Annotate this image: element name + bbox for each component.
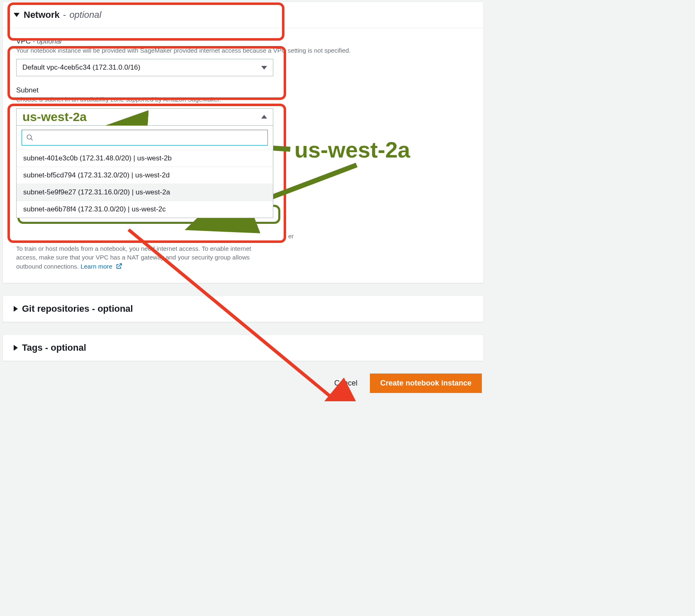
- subnet-select[interactable]: us-west-2a: [16, 108, 273, 126]
- caret-right-icon: [14, 306, 18, 312]
- tags-title: Tags: [22, 342, 43, 353]
- caret-right-icon: [14, 345, 18, 351]
- svg-line-1: [31, 138, 33, 141]
- vpc-selected-value: Default vpc-4ceb5c34 (172.31.0.0/16): [22, 63, 140, 72]
- git-title: Git repositories: [22, 303, 90, 314]
- vpc-select[interactable]: Default vpc-4ceb5c34 (172.31.0.0/16): [16, 59, 273, 76]
- learn-more-link[interactable]: Learn more: [80, 263, 122, 270]
- subnet-option[interactable]: subnet-401e3c0b (172.31.48.0/20) | us-we…: [17, 150, 273, 167]
- svg-point-0: [27, 135, 32, 139]
- tags-optional: optional: [51, 342, 86, 353]
- network-title: Network: [24, 10, 60, 20]
- subnet-dropdown: subnet-401e3c0b (172.31.48.0/20) | us-we…: [16, 126, 273, 218]
- subnet-field: Subnet Choose a subnet in an availabilit…: [16, 86, 470, 125]
- subnet-search-input[interactable]: [37, 134, 263, 141]
- tags-section[interactable]: Tags - optional: [2, 335, 484, 361]
- subnet-selected-value: us-west-2a: [22, 110, 87, 124]
- git-optional: optional: [97, 303, 133, 314]
- vpc-field: VPC - optional Your notebook instance wi…: [16, 37, 470, 76]
- external-link-icon: [116, 263, 122, 269]
- subnet-option[interactable]: subnet-5e9f9e27 (172.31.16.0/20) | us-we…: [17, 184, 273, 201]
- chevron-up-icon: [261, 115, 267, 119]
- footer-actions: Cancel Create notebook instance: [0, 373, 486, 401]
- network-optional: optional: [69, 10, 101, 20]
- chevron-down-icon: [261, 66, 267, 70]
- network-panel: Network - optional VPC - optional Your n…: [2, 2, 484, 283]
- caret-down-icon: [14, 13, 19, 17]
- vpc-label: VPC - optional: [16, 37, 470, 46]
- subnet-search[interactable]: [22, 130, 268, 146]
- search-icon: [26, 134, 34, 141]
- git-repositories-section[interactable]: Git repositories - optional: [2, 296, 484, 322]
- subnet-option[interactable]: subnet-ae6b78f4 (172.31.0.0/20) | us-wes…: [17, 201, 273, 218]
- cancel-button[interactable]: Cancel: [332, 375, 360, 392]
- network-section-header[interactable]: Network - optional: [3, 2, 483, 28]
- subnet-option[interactable]: subnet-bf5cd794 (172.31.32.0/20) | us-we…: [17, 167, 273, 184]
- subnet-description: Choose a subnet in an availability zone …: [16, 95, 470, 104]
- vpc-description: Your notebook instance will be provided …: [16, 46, 470, 55]
- subnet-label: Subnet: [16, 86, 470, 95]
- create-notebook-instance-button[interactable]: Create notebook instance: [370, 373, 482, 393]
